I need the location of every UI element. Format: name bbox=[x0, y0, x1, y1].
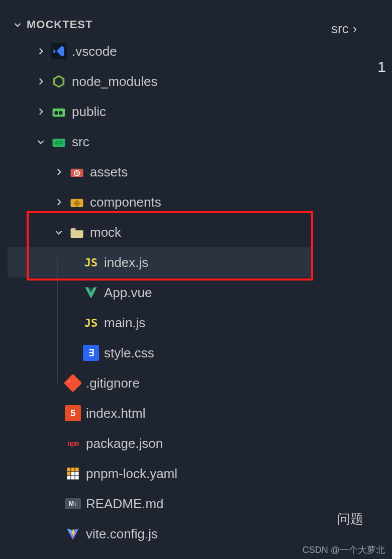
css-file-icon: ∃ bbox=[83, 345, 99, 361]
file-label: index.html bbox=[86, 406, 146, 421]
file-label: README.md bbox=[86, 496, 164, 512]
js-file-icon: JS bbox=[83, 254, 99, 270]
chevron-right-icon bbox=[36, 76, 46, 86]
chevron-down-icon bbox=[13, 20, 23, 30]
folder-node-modules[interactable]: node_modules bbox=[8, 66, 312, 97]
chevron-right-icon bbox=[54, 197, 64, 207]
file-label: .gitignore bbox=[86, 376, 140, 391]
file-pnpm-lock[interactable]: pnpm-lock.yaml bbox=[8, 458, 312, 489]
breadcrumb[interactable]: src › bbox=[331, 21, 357, 37]
file-label: package.json bbox=[86, 436, 163, 451]
chevron-right-icon bbox=[54, 167, 64, 177]
components-folder-icon bbox=[69, 194, 85, 210]
svg-rect-10 bbox=[71, 468, 75, 471]
editor-pane: src › 1 问题 bbox=[317, 15, 392, 548]
watermark-text: CSDN @一个大萝北 bbox=[303, 544, 385, 556]
svg-point-1 bbox=[54, 111, 58, 115]
file-label: style.css bbox=[104, 345, 154, 361]
line-number: 1 bbox=[377, 58, 386, 75]
svg-rect-15 bbox=[67, 476, 70, 480]
svg-rect-17 bbox=[75, 476, 79, 480]
folder-label: node_modules bbox=[72, 74, 158, 89]
chevron-right-icon: › bbox=[353, 21, 357, 37]
section-title: MOCKTEST bbox=[27, 18, 92, 31]
file-tree: .vscode node_modules public </> src asse… bbox=[8, 34, 312, 549]
public-folder-icon bbox=[51, 104, 67, 120]
explorer-sidebar: MOCKTEST .vscode node_modules public </>… bbox=[8, 15, 312, 549]
svg-rect-11 bbox=[75, 468, 79, 471]
svg-rect-16 bbox=[71, 476, 75, 480]
markdown-file-icon: M↓ bbox=[65, 498, 81, 509]
svg-rect-9 bbox=[67, 468, 70, 471]
file-index-js[interactable]: JS index.js bbox=[8, 247, 312, 277]
chevron-down-icon bbox=[36, 137, 46, 147]
file-label: App.vue bbox=[104, 285, 152, 301]
file-label: main.js bbox=[104, 315, 145, 331]
folder-label: components bbox=[90, 195, 161, 210]
vite-file-icon bbox=[65, 526, 81, 542]
file-label: index.js bbox=[104, 255, 148, 270]
file-main-js[interactable]: JS main.js bbox=[8, 308, 312, 338]
vscode-folder-icon bbox=[51, 43, 67, 59]
folder-components[interactable]: components bbox=[8, 187, 312, 217]
chevron-right-icon bbox=[36, 107, 46, 117]
file-package-json[interactable]: npm package.json bbox=[8, 428, 312, 458]
indent-guide bbox=[57, 257, 58, 383]
file-gitignore[interactable]: ◦ .gitignore bbox=[8, 368, 312, 398]
folder-label: .vscode bbox=[72, 44, 117, 59]
folder-vscode[interactable]: .vscode bbox=[8, 36, 312, 66]
folder-label: mock bbox=[90, 225, 121, 240]
file-label: pnpm-lock.yaml bbox=[86, 466, 177, 482]
svg-rect-13 bbox=[71, 472, 75, 476]
folder-mock[interactable]: mock bbox=[8, 217, 312, 247]
assets-folder-icon bbox=[69, 164, 85, 180]
explorer-section-header[interactable]: MOCKTEST bbox=[8, 15, 312, 34]
svg-rect-12 bbox=[67, 472, 70, 476]
svg-point-2 bbox=[59, 111, 63, 115]
file-label: vite.config.js bbox=[86, 526, 158, 542]
folder-public[interactable]: public bbox=[8, 97, 312, 127]
chevron-down-icon bbox=[54, 227, 64, 237]
pnpm-file-icon bbox=[65, 465, 81, 482]
folder-open-icon bbox=[69, 224, 85, 240]
folder-assets[interactable]: assets bbox=[8, 157, 312, 187]
npm-file-icon: npm bbox=[65, 435, 81, 451]
vue-file-icon bbox=[83, 285, 99, 301]
file-vite-config[interactable]: vite.config.js bbox=[8, 519, 312, 549]
git-file-icon: ◦ bbox=[65, 375, 81, 391]
src-folder-icon: </> bbox=[51, 134, 67, 150]
file-index-html[interactable]: 5 index.html bbox=[8, 398, 312, 428]
breadcrumb-part[interactable]: src bbox=[331, 21, 349, 37]
folder-src[interactable]: </> src bbox=[8, 127, 312, 157]
svg-rect-0 bbox=[53, 109, 65, 117]
folder-label: src bbox=[72, 134, 89, 150]
file-app-vue[interactable]: App.vue bbox=[8, 277, 312, 308]
file-style-css[interactable]: ∃ style.css bbox=[8, 338, 312, 368]
html-file-icon: 5 bbox=[65, 405, 81, 421]
file-readme-md[interactable]: M↓ README.md bbox=[8, 489, 312, 519]
folder-label: assets bbox=[90, 164, 128, 180]
svg-rect-14 bbox=[75, 472, 79, 476]
js-file-icon: JS bbox=[83, 315, 99, 331]
nodejs-folder-icon bbox=[51, 73, 67, 89]
chevron-right-icon bbox=[36, 46, 46, 56]
svg-text:</>: </> bbox=[54, 139, 63, 146]
problems-tab[interactable]: 问题 bbox=[337, 510, 363, 528]
folder-label: public bbox=[72, 104, 106, 120]
